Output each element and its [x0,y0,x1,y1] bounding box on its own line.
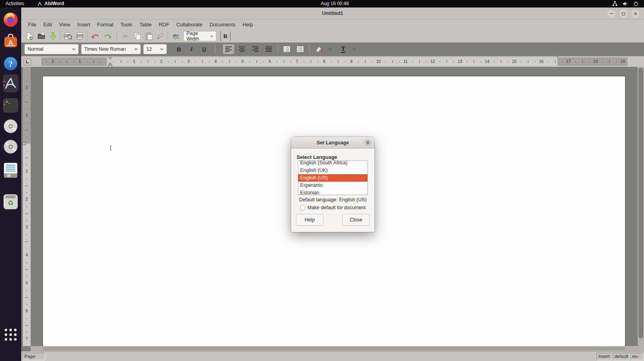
menu-item-tools[interactable]: Tools [117,20,136,29]
dock-firefox-icon[interactable] [3,12,18,28]
paste-button[interactable] [144,31,154,41]
numbered-list-button[interactable]: 12 [281,44,293,54]
spellcheck-button[interactable]: abc [172,31,182,41]
dock-disc1-icon[interactable] [3,118,18,134]
cut-button[interactable]: ✂ [120,31,131,41]
menu-item-view[interactable]: View [55,20,74,29]
print-button[interactable] [75,31,85,41]
style-select[interactable]: Normal [24,44,79,54]
vertical-scrollbar-thumb[interactable] [638,68,643,338]
ruler-tick [25,214,28,214]
font-color-dropdown[interactable] [351,44,357,54]
horizontal-scrollbar[interactable] [31,346,638,351]
top-margin-marker[interactable] [22,142,26,145]
menu-item-help[interactable]: Help [239,20,256,29]
insert-mode-indicator[interactable]: Insert [596,353,612,360]
align-right-button[interactable] [249,44,261,54]
system-tray[interactable] [612,0,638,7]
help-button[interactable]: Help [296,214,323,226]
new-document-button[interactable] [24,31,35,41]
menu-item-edit[interactable]: Edit [40,20,55,29]
dock-disc2-icon[interactable] [3,139,18,155]
ruler-tick [412,61,413,62]
dock-document-viewer-icon[interactable] [3,162,18,179]
menu-item-table[interactable]: Table [136,20,155,29]
language-list-item[interactable]: English (UK) [298,167,367,174]
font-select[interactable]: Times New Roman [81,44,141,54]
menu-item-collaborate[interactable]: Collaborate [173,20,206,29]
close-dialog-button[interactable]: Close [342,214,370,226]
window-titlebar[interactable]: Untitled1 ✕ [21,7,644,20]
language-list-item[interactable]: English (South Africa) [298,160,367,167]
text-caret [111,145,111,151]
menu-item-file[interactable]: File [24,20,40,29]
bold-button[interactable]: B [174,44,184,54]
dock-trash-icon[interactable]: ♻ [3,193,18,210]
app-menu[interactable]: AbiWord [37,0,64,7]
tab-stop-selector[interactable] [24,59,31,65]
first-line-indent-marker[interactable] [108,57,112,60]
ruler-tick [202,60,203,63]
language-listbox[interactable]: English (South Africa)English (UK)Englis… [298,160,368,195]
minimize-icon [610,13,613,14]
ruler-tick [26,151,27,151]
highlight-color-button[interactable] [313,44,325,54]
dialog-close-button[interactable]: ✕ [364,139,371,146]
minimize-button[interactable] [607,9,616,18]
left-indent-marker[interactable] [108,62,112,64]
dock-terminal-icon[interactable]: >_ [3,98,18,113]
undo-button[interactable] [90,31,101,41]
font-color-button[interactable]: T [338,44,349,54]
close-button[interactable]: ✕ [631,9,640,18]
menu-item-documents[interactable]: Documents [206,20,239,29]
menu-item-format[interactable]: Format [94,20,117,29]
make-default-checkbox-row[interactable]: Make default for document [291,205,375,210]
highlight-color-dropdown[interactable] [327,44,333,54]
ruler-tick [548,61,549,62]
save-button[interactable] [48,31,58,41]
dock-ubuntu-software-icon[interactable]: A [3,33,18,49]
language-list-item[interactable]: Esperanto [298,182,367,189]
zoom-select[interactable]: Page Width [183,31,216,41]
svg-text:?: ? [9,59,13,69]
language-list-item[interactable]: English (US) [298,174,367,182]
underline-button[interactable]: U [199,44,209,54]
dock-abiword-icon[interactable] [3,74,18,93]
right-indent-marker[interactable] [555,55,559,58]
align-justify-icon [265,46,272,52]
vertical-scrollbar[interactable] [638,67,644,351]
menu-bar: FileEditViewInsertFormatToolsTableRDFCol… [21,20,644,29]
ruler-number: 3 [23,225,31,229]
copy-button[interactable] [132,31,142,41]
ruler-tick [26,206,27,207]
dialog-titlebar[interactable]: Set Language ✕ [291,137,375,149]
italic-button[interactable]: I [186,44,197,54]
horizontal-scrollbar-thumb[interactable] [42,347,626,350]
ruler-number: 3 [186,57,191,66]
print-preview-button[interactable] [63,31,73,41]
running-indicator-dot [4,81,5,82]
checkbox-icon[interactable] [300,205,305,210]
menu-item-rdf[interactable]: RDF [155,20,173,29]
format-painter-button[interactable] [155,31,165,41]
dock-help-icon[interactable]: ? [3,56,18,72]
menu-item-insert[interactable]: Insert [74,20,94,29]
align-left-button[interactable] [223,44,234,54]
show-applications-button[interactable] [3,327,18,343]
left-indent-handle[interactable] [108,65,112,68]
rdf-editor-button[interactable]: R [220,31,231,41]
bulleted-list-button[interactable] [294,44,306,54]
language-indicator[interactable]: en-US [630,353,644,360]
open-button[interactable] [36,31,46,41]
checkbox-label: Make default for document [308,205,366,210]
ruler-tick [494,61,495,62]
clock[interactable]: Aug 16 00:48 [313,0,356,7]
redo-button[interactable] [102,31,113,41]
align-center-button[interactable] [236,44,248,54]
language-list-item[interactable]: Estonian [298,189,367,195]
restore-button[interactable] [619,9,627,18]
activities-button[interactable]: Activities [6,0,24,7]
align-justify-button[interactable] [263,44,275,54]
font-size-select[interactable]: 12 [143,44,167,54]
ruler-tick [365,60,365,63]
